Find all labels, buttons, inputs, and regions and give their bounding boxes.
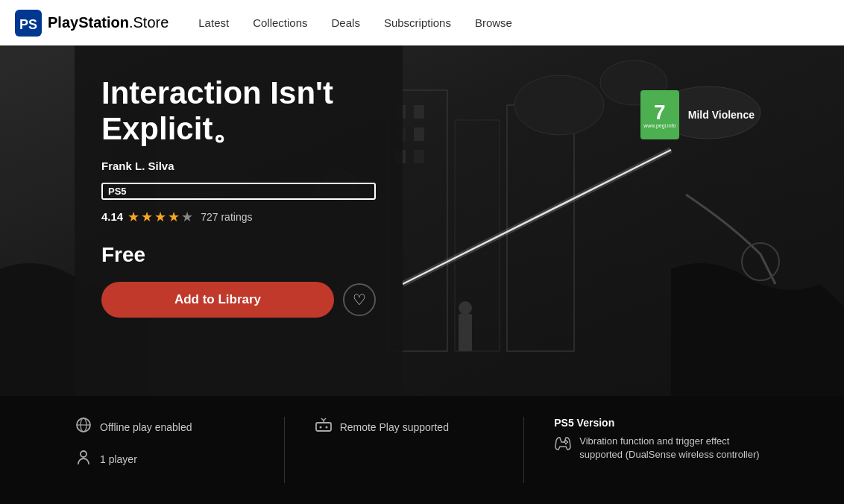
game-info-panel: Interaction Isn't Explicit。 Frank L. Sil… — [75, 45, 403, 396]
svg-text:PS: PS — [19, 16, 37, 31]
vibration-feature-label: Vibration function and trigger effect su… — [579, 435, 769, 462]
remote-play-item: Remote Play supported — [315, 417, 494, 437]
heart-icon: ♡ — [353, 291, 366, 309]
nav-item-latest[interactable]: Latest — [198, 16, 229, 29]
offline-play-label: Offline play enabled — [100, 421, 192, 433]
remote-play-icon — [315, 417, 333, 437]
svg-point-32 — [567, 441, 568, 443]
svg-rect-11 — [414, 150, 424, 163]
site-header: PS PlayStation.Store Latest Collections … — [0, 0, 844, 45]
star-5: ★ — [181, 209, 193, 225]
svg-point-34 — [565, 440, 567, 441]
svg-point-15 — [459, 301, 472, 315]
logo[interactable]: PS PlayStation.Store — [15, 10, 169, 37]
dualsense-icon — [554, 435, 572, 455]
ps5-version-col: PS5 Version Vibration function and trigg… — [554, 417, 769, 462]
pegi-number: 7 — [654, 102, 666, 123]
action-row: Add to Library ♡ — [101, 282, 376, 318]
svg-point-24 — [81, 451, 86, 457]
ps5-version-title: PS5 Version — [554, 417, 769, 429]
logo-text: PlayStation.Store — [48, 14, 169, 31]
svg-point-33 — [564, 441, 565, 443]
info-bar: Offline play enabled 1 player — [0, 396, 844, 504]
nav-item-collections[interactable]: Collections — [253, 16, 307, 29]
player-icon — [75, 449, 92, 469]
pegi-area: 7 www.pegi.info Mild Violence — [640, 90, 755, 139]
nav-item-browse[interactable]: Browse — [475, 16, 512, 29]
add-to-library-button[interactable]: Add to Library — [101, 282, 334, 318]
svg-rect-9 — [414, 127, 424, 141]
wishlist-button[interactable]: ♡ — [343, 283, 376, 316]
game-title: Interaction Isn't Explicit。 — [101, 75, 376, 148]
divider-1 — [284, 417, 285, 483]
rating-number: 4.14 — [101, 210, 123, 223]
offline-play-item: Offline play enabled — [75, 417, 254, 437]
pegi-url-label: www.pegi.info — [643, 123, 675, 128]
star-1: ★ — [127, 209, 139, 225]
pegi-description: Mild Violence — [688, 109, 755, 121]
nav-item-deals[interactable]: Deals — [332, 16, 360, 29]
svg-rect-7 — [414, 105, 424, 119]
rating-count: 727 ratings — [201, 211, 252, 223]
playstation-logo-icon: PS — [15, 10, 42, 37]
svg-point-31 — [565, 443, 567, 444]
divider-2 — [523, 417, 524, 483]
svg-rect-14 — [459, 314, 472, 351]
svg-point-27 — [325, 426, 327, 429]
svg-point-26 — [319, 426, 321, 429]
offline-play-icon — [75, 417, 92, 437]
hero-section: Interaction Isn't Explicit。 Frank L. Sil… — [0, 45, 844, 396]
rating-row: 4.14 ★ ★ ★ ★ ★ 727 ratings — [101, 209, 376, 225]
star-3: ★ — [154, 209, 166, 225]
star-4: ★ — [168, 209, 180, 225]
game-author: Frank L. Silva — [101, 160, 376, 172]
ps5-feature-vibration: Vibration function and trigger effect su… — [554, 435, 769, 462]
svg-point-17 — [514, 75, 604, 135]
pegi-badge: 7 www.pegi.info — [640, 90, 679, 139]
remote-play-label: Remote Play supported — [340, 421, 449, 433]
svg-rect-25 — [316, 423, 331, 431]
nav-item-subscriptions[interactable]: Subscriptions — [384, 16, 451, 29]
info-col-1: Offline play enabled 1 player — [75, 417, 254, 469]
platform-badge: PS5 — [101, 183, 376, 200]
game-price: Free — [101, 243, 376, 267]
star-2: ★ — [141, 209, 153, 225]
info-col-2: Remote Play supported — [315, 417, 494, 437]
svg-line-30 — [324, 418, 326, 420]
main-nav: Latest Collections Deals Subscriptions B… — [198, 16, 512, 29]
player-count-item: 1 player — [75, 449, 254, 469]
svg-line-29 — [321, 418, 324, 420]
star-rating: ★ ★ ★ ★ ★ — [127, 209, 193, 225]
player-count-label: 1 player — [100, 453, 137, 465]
